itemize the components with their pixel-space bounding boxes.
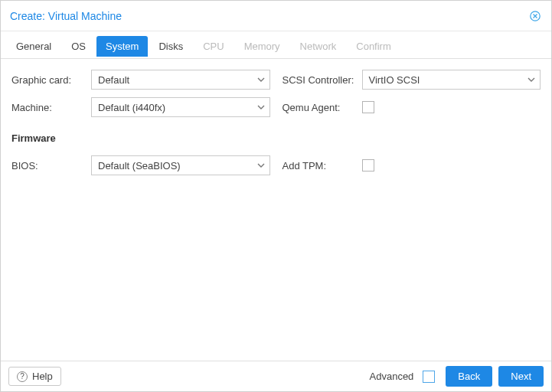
right-column: SCSI Controller: VirtIO SCSI Qemu Agent:… — [283, 70, 541, 350]
chevron-down-icon — [257, 162, 265, 169]
add-tpm-checkbox[interactable] — [362, 159, 374, 172]
window-title: Create: Virtual Machine — [10, 10, 528, 22]
tab-system[interactable]: System — [96, 36, 148, 57]
bios-value: Default (SeaBIOS) — [98, 160, 257, 172]
help-icon: ? — [17, 371, 28, 382]
tab-confirm: Confirm — [347, 36, 400, 57]
back-button[interactable]: Back — [446, 366, 492, 387]
graphic-card-value: Default — [98, 74, 257, 86]
scsi-controller-label: SCSI Controller: — [283, 74, 362, 86]
qemu-agent-checkbox[interactable] — [362, 101, 374, 113]
form-content: Graphic card: Default Machine: Default (… — [1, 59, 551, 361]
row-scsi-controller: SCSI Controller: VirtIO SCSI — [283, 70, 541, 90]
bios-label: BIOS: — [11, 160, 91, 172]
tab-disks[interactable]: Disks — [149, 36, 192, 57]
machine-value: Default (i440fx) — [98, 102, 257, 113]
scsi-controller-select[interactable]: VirtIO SCSI — [362, 70, 541, 90]
left-column: Graphic card: Default Machine: Default (… — [11, 70, 270, 350]
row-add-tpm: Add TPM: — [283, 155, 541, 175]
firmware-header: Firmware — [11, 128, 270, 148]
machine-label: Machine: — [11, 102, 91, 113]
chevron-down-icon — [257, 103, 265, 111]
row-graphic-card: Graphic card: Default — [11, 70, 270, 90]
row-bios: BIOS: Default (SeaBIOS) — [11, 155, 270, 175]
titlebar: Create: Virtual Machine — [1, 1, 551, 31]
tab-cpu: CPU — [194, 36, 233, 57]
tab-os[interactable]: OS — [62, 36, 95, 57]
row-qemu-agent: Qemu Agent: — [283, 97, 541, 117]
chevron-down-icon — [257, 76, 265, 83]
close-button[interactable] — [528, 9, 542, 23]
qemu-agent-label: Qemu Agent: — [283, 102, 362, 113]
graphic-card-label: Graphic card: — [11, 74, 91, 86]
add-tpm-label: Add TPM: — [283, 160, 362, 172]
tab-network: Network — [291, 36, 346, 57]
advanced-label: Advanced — [370, 371, 414, 382]
chevron-down-icon — [528, 76, 535, 83]
wizard-tabs: General OS System Disks CPU Memory Netwo… — [1, 31, 551, 59]
footer: ? Help Advanced Back Next — [1, 361, 551, 391]
bios-select[interactable]: Default (SeaBIOS) — [91, 155, 270, 175]
graphic-card-select[interactable]: Default — [91, 70, 270, 90]
row-machine: Machine: Default (i440fx) — [11, 97, 270, 117]
create-vm-window: Create: Virtual Machine General OS Syste… — [0, 0, 552, 392]
tab-general[interactable]: General — [7, 36, 60, 57]
close-icon — [529, 10, 541, 22]
spacer-row — [283, 128, 541, 148]
advanced-checkbox[interactable] — [423, 371, 435, 383]
tab-memory: Memory — [235, 36, 289, 57]
help-label: Help — [32, 371, 53, 382]
scsi-controller-value: VirtIO SCSI — [369, 74, 528, 86]
next-button[interactable]: Next — [498, 366, 544, 387]
help-button[interactable]: ? Help — [8, 367, 61, 386]
machine-select[interactable]: Default (i440fx) — [91, 97, 270, 117]
